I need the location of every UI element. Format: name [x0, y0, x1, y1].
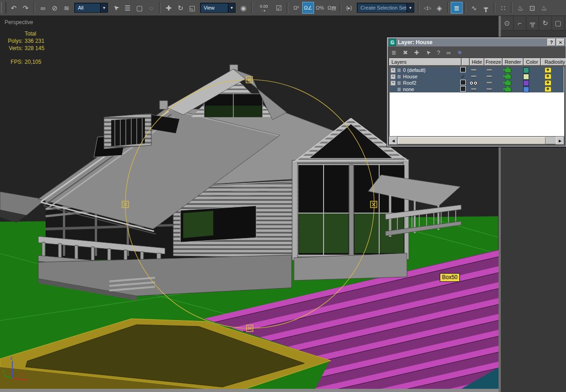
- percent-snap-button[interactable]: Ω%: [314, 2, 326, 14]
- layer-color-swatch[interactable]: [523, 87, 529, 92]
- unlink-icon: ⊘: [52, 5, 58, 11]
- select-object-button[interactable]: ➤: [110, 2, 122, 14]
- select-and-move-button[interactable]: ✚: [163, 2, 175, 14]
- angle-snap-button[interactable]: Ω∠: [302, 2, 314, 14]
- expand-icon[interactable]: +: [391, 68, 396, 73]
- hide-state-icon[interactable]: [471, 88, 476, 90]
- current-layer-check[interactable]: ✓: [461, 74, 465, 79]
- column-header-color[interactable]: Color: [524, 58, 540, 66]
- layer-color-swatch[interactable]: [523, 80, 529, 86]
- layer-manager-button[interactable]: ≣: [451, 2, 463, 14]
- current-layer-checkbox[interactable]: [460, 67, 466, 72]
- layer-row-0-default[interactable]: +≣0 (default) ✥: [390, 67, 564, 73]
- horizontal-scrollbar[interactable]: ◀ ▶: [389, 137, 564, 144]
- render-teapot-icon[interactable]: [504, 87, 511, 92]
- freeze-toggle-icon[interactable]: ✳: [457, 50, 462, 56]
- layer-row-roof2[interactable]: +≣Roof2 ✥: [390, 80, 564, 86]
- selection-region-button[interactable]: ▢: [134, 2, 145, 14]
- rendered-frame-button[interactable]: ⊡: [526, 2, 538, 14]
- render-teapot-icon[interactable]: [504, 74, 511, 79]
- add-to-layer-icon[interactable]: ✚: [414, 50, 419, 56]
- keyboard-override-button[interactable]: {▸}: [343, 2, 355, 14]
- hidden-eyes-icon[interactable]: [469, 81, 478, 85]
- layer-row-none[interactable]: ≣none ✥: [390, 86, 564, 92]
- tab-hierarchy[interactable]: ╦: [526, 15, 539, 30]
- column-header-layers[interactable]: Layers: [389, 58, 461, 66]
- tab-display[interactable]: ▢: [552, 15, 565, 30]
- render-teapot-icon[interactable]: [504, 81, 511, 86]
- scrollbar-thumb[interactable]: [398, 137, 545, 144]
- close-button[interactable]: ✕: [556, 39, 565, 46]
- material-editor-button[interactable]: ∷: [497, 2, 509, 14]
- undo-button[interactable]: ↶: [8, 2, 20, 14]
- render-setup-button[interactable]: ♨: [515, 2, 526, 14]
- column-header-current[interactable]: [462, 58, 469, 66]
- scroll-right-button[interactable]: ▶: [556, 137, 564, 145]
- render-teapot-icon[interactable]: [504, 68, 511, 73]
- coordinate-system-dropdown[interactable]: View ▼: [200, 3, 236, 13]
- snap-toggle-3d-button[interactable]: Ω³: [290, 2, 302, 14]
- select-and-manipulate-button[interactable]: ☑: [273, 2, 285, 14]
- toolbar-grip[interactable]: [1, 2, 6, 14]
- column-header-freeze[interactable]: Freeze: [484, 58, 502, 66]
- freeze-state-icon[interactable]: [487, 69, 492, 71]
- dropdown-arrow-icon[interactable]: ▼: [100, 3, 108, 12]
- tab-modify[interactable]: ⌐: [514, 15, 526, 30]
- select-by-name-button[interactable]: ☰: [122, 2, 134, 14]
- align-button[interactable]: ◈: [433, 2, 445, 14]
- layer-list[interactable]: +≣0 (default) ✥ +≣House ✓ ✥ +≣Roof2: [389, 66, 564, 136]
- current-layer-checkbox[interactable]: [460, 86, 466, 92]
- snap-spinner[interactable]: 0.00 ▫▲: [256, 4, 272, 12]
- viewport-label[interactable]: Perspective: [5, 19, 33, 25]
- schematic-view-button[interactable]: ┳: [480, 2, 492, 14]
- column-header-hide[interactable]: Hide: [470, 58, 484, 66]
- expand-icon[interactable]: +: [391, 81, 396, 86]
- dropdown-arrow-icon[interactable]: ▼: [406, 3, 414, 12]
- layer-color-swatch[interactable]: [523, 74, 529, 80]
- named-selection-set-combo[interactable]: Create Selection Set ▼: [357, 3, 414, 13]
- named-selection-set-value: Create Selection Set: [357, 3, 406, 12]
- use-pivot-center-button[interactable]: ◉: [237, 2, 249, 14]
- radiosity-icon[interactable]: ✥: [545, 80, 551, 86]
- column-header-render[interactable]: Render: [503, 58, 523, 66]
- hide-state-icon[interactable]: [471, 69, 476, 71]
- select-in-layer-icon[interactable]: ➤: [426, 50, 431, 56]
- layer-color-swatch[interactable]: [523, 67, 529, 73]
- redo-button[interactable]: ↷: [20, 2, 31, 14]
- expand-icon[interactable]: +: [391, 74, 396, 79]
- layer-dialog-titlebar[interactable]: G Layer: House ? ✕: [388, 38, 566, 46]
- tab-motion[interactable]: ↻: [539, 15, 552, 30]
- select-and-scale-button[interactable]: ◱: [186, 2, 198, 14]
- layer-dialog: G Layer: House ? ✕ ≣ ✖ ✚ ➤ ? ∞ ✳ Layers …: [387, 37, 566, 147]
- scroll-left-button[interactable]: ◀: [389, 137, 397, 145]
- delete-layer-icon[interactable]: ✖: [403, 50, 408, 56]
- quick-render-button[interactable]: ♨: [538, 2, 550, 14]
- tab-create[interactable]: ⊙: [501, 15, 514, 30]
- radiosity-icon[interactable]: ✥: [545, 67, 551, 73]
- freeze-state-icon[interactable]: [487, 88, 492, 90]
- mirror-button[interactable]: ◁▷: [422, 2, 433, 14]
- hide-toggle-icon[interactable]: ∞: [447, 50, 451, 56]
- new-layer-icon[interactable]: ≣: [391, 50, 396, 56]
- curve-editor-button[interactable]: ∿: [468, 2, 480, 14]
- dropdown-arrow-icon[interactable]: ▼: [228, 3, 235, 12]
- radiosity-icon[interactable]: ✥: [545, 74, 551, 79]
- selection-filter-dropdown[interactable]: All ▼: [74, 3, 108, 13]
- spinner-snap-button[interactable]: Ω▤: [326, 2, 338, 14]
- freeze-state-icon[interactable]: [487, 76, 492, 77]
- freeze-state-icon[interactable]: [487, 82, 492, 84]
- hide-state-icon[interactable]: [471, 76, 476, 77]
- window-crossing-button[interactable]: ◌: [145, 2, 157, 14]
- layer-row-house[interactable]: +≣House ✓ ✥: [390, 73, 564, 80]
- select-and-link-button[interactable]: ∞: [37, 2, 49, 14]
- axis-z-label: z: [10, 355, 13, 361]
- radiosity-icon[interactable]: ✥: [545, 87, 551, 92]
- bind-to-space-warp-button[interactable]: ≋: [61, 2, 72, 14]
- column-header-radiosity[interactable]: Radiosity: [541, 58, 566, 66]
- scrollbar-track[interactable]: [545, 137, 556, 144]
- current-layer-checkbox[interactable]: [460, 80, 466, 85]
- unlink-selection-button[interactable]: ⊘: [49, 2, 61, 14]
- layer-help-icon[interactable]: ?: [437, 50, 440, 56]
- select-and-rotate-button[interactable]: ↻: [175, 2, 186, 14]
- help-button[interactable]: ?: [547, 39, 556, 46]
